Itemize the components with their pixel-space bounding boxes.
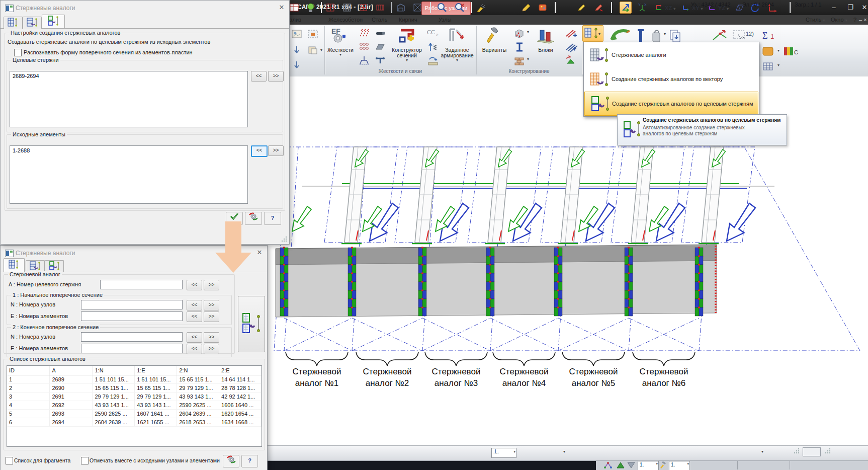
pencil-delete-icon[interactable] xyxy=(593,2,604,13)
color-scale-icon[interactable]: C xyxy=(783,45,798,59)
table-row[interactable]: 626942604 2639 ...1621 1655 ...2618 2653… xyxy=(7,418,262,427)
sigma-1-icon[interactable]: Σ1 xyxy=(761,28,778,45)
ribbon-tab-kirpich[interactable]: Кирпич xyxy=(399,16,417,24)
start-nodes-input[interactable] xyxy=(81,300,183,309)
hammer-status-icon[interactable] xyxy=(659,461,668,470)
recognize-section-checkbox[interactable] xyxy=(14,49,22,56)
chevron-down-icon[interactable]: ▾ xyxy=(320,48,322,52)
zoom-cancel-icon[interactable] xyxy=(454,2,465,13)
pencil-yellow-icon[interactable] xyxy=(520,2,532,13)
grid-red-b-icon[interactable] xyxy=(358,2,369,13)
settings-gear-button[interactable] xyxy=(223,455,239,467)
menu-help[interactable]: ? xyxy=(853,16,856,24)
section-constructor-button[interactable]: Конструктор сечений▾ xyxy=(390,26,424,62)
bricks-icon[interactable] xyxy=(513,54,526,67)
mesh-grid-icon[interactable] xyxy=(761,60,776,74)
zoom-in-icon[interactable] xyxy=(437,2,448,13)
pile-spring-icon[interactable] xyxy=(426,41,440,54)
grid-red-a-icon[interactable] xyxy=(325,2,336,13)
help-button[interactable]: ? xyxy=(241,455,258,467)
springs-icon[interactable] xyxy=(358,41,370,54)
close-icon[interactable]: ✕ xyxy=(255,248,264,257)
add-blue-rods-icon[interactable] xyxy=(564,41,577,54)
given-reinforcement-button[interactable]: Заданное армирование▾ xyxy=(440,26,474,62)
source-remove-button[interactable]: << xyxy=(251,145,268,157)
grid-red-c-icon[interactable] xyxy=(375,2,386,13)
load-number-combo[interactable]: 1.▾ xyxy=(638,461,659,470)
n1-next-button[interactable]: >> xyxy=(204,300,219,310)
chevron-down-icon[interactable]: ▾ xyxy=(527,57,529,61)
chevron-down-icon[interactable]: ▾ xyxy=(777,49,779,53)
table-row[interactable]: 126891 51 101 15...1 51 101 15...15 65 1… xyxy=(7,375,262,384)
rotate-ground-icon[interactable] xyxy=(426,54,440,67)
end-elements-input[interactable] xyxy=(81,344,183,353)
table-row[interactable]: 2269015 65 115 1...15 65 115 1...29 79 1… xyxy=(7,384,262,393)
toolbar-drag-grip[interactable] xyxy=(825,448,831,454)
e1-next-button[interactable]: >> xyxy=(204,311,219,322)
table-row[interactable]: 3269129 79 129 1...29 79 129 1...43 93 1… xyxy=(7,393,262,401)
resize-grip[interactable] xyxy=(281,236,287,242)
frame-select-icon[interactable] xyxy=(307,28,319,41)
menu-window[interactable]: Окно ▾ xyxy=(831,16,847,24)
analog-table-container[interactable]: IDA1:N1:E2:N2:E 126891 51 101 15...1 51 … xyxy=(7,365,262,447)
axes-yx-view-button[interactable]: YX xyxy=(637,2,648,13)
plate-element-icon[interactable] xyxy=(374,41,386,54)
variants-button[interactable]: Варианты xyxy=(480,26,509,53)
ribbon-tab-zhelezobeton[interactable]: Железобетон xyxy=(328,16,363,24)
tab-analogs-list[interactable] xyxy=(4,258,25,272)
tab-create-by-target-bars[interactable] xyxy=(45,260,64,272)
window-minimize-button[interactable]: – xyxy=(827,2,840,13)
table-row[interactable]: 526932590 2625 ...1607 1641 ...2604 2639… xyxy=(7,410,262,418)
table-red-icon[interactable] xyxy=(289,2,300,13)
paste-fragment-icon[interactable] xyxy=(307,44,319,57)
add-red-rods-icon[interactable] xyxy=(564,27,577,40)
target-bar-number-input[interactable] xyxy=(100,280,183,289)
analog-table[interactable]: IDA1:N1:E2:N2:E 126891 51 101 15...1 51 … xyxy=(7,366,262,427)
cube-nodes-icon[interactable] xyxy=(513,27,526,40)
e1-prev-button[interactable]: << xyxy=(187,311,202,322)
create-analog-big-button[interactable] xyxy=(238,296,265,352)
grid-gray-icon[interactable] xyxy=(341,2,353,13)
mode-number-combo[interactable]: 1.▾ xyxy=(669,461,690,470)
ribbon-tab-stal[interactable]: Сталь xyxy=(372,16,387,24)
move-down-icon[interactable] xyxy=(291,59,303,72)
a-prev-button[interactable]: << xyxy=(187,280,202,290)
window-close-button[interactable]: ✕ xyxy=(858,2,868,13)
chevron-down-icon[interactable]: ▾ xyxy=(664,32,666,36)
close-icon[interactable]: ✕ xyxy=(277,3,286,12)
tab-analogs-list[interactable] xyxy=(4,17,23,29)
load-display-combo[interactable]: .L.▾ xyxy=(491,448,516,458)
start-elements-input[interactable] xyxy=(81,311,183,321)
view-xz-button[interactable]: XZ ▾ xyxy=(655,5,675,11)
fragment-up-button[interactable] xyxy=(616,461,625,470)
cc2-icon[interactable]: CC2 xyxy=(426,27,440,40)
ribbon-tab-uzly[interactable]: Узлы xyxy=(439,16,452,24)
spray-paint-icon[interactable] xyxy=(475,2,486,13)
window-maximize-button[interactable]: ❐ xyxy=(844,2,857,13)
target-add-button[interactable]: >> xyxy=(268,71,284,82)
fragment-list-checkbox[interactable] xyxy=(6,457,13,464)
green-lamp-icon[interactable] xyxy=(305,2,316,13)
n2-next-button[interactable]: >> xyxy=(204,332,219,343)
tab-create-by-target-bars[interactable] xyxy=(42,15,65,28)
joint-stiffness-icon[interactable] xyxy=(374,27,386,40)
chevron-down-icon[interactable]: ▾ xyxy=(777,63,779,67)
isometric-view-button[interactable] xyxy=(620,2,632,14)
menu-item-create-by-vector[interactable]: Создание стержневых аналогов по вектору xyxy=(584,67,757,91)
palette-icon[interactable] xyxy=(537,2,548,13)
frame-model-2-icon[interactable] xyxy=(412,2,423,13)
n1-prev-button[interactable]: << xyxy=(187,300,202,310)
source-add-button[interactable]: >> xyxy=(268,145,284,156)
menu-item-create-by-target-bars[interactable]: Создание стержневых аналогов по целевым … xyxy=(584,92,758,116)
target-bars-input[interactable]: 2689-2694 xyxy=(10,71,248,127)
mark-with-nodes-checkbox[interactable] xyxy=(81,457,89,464)
fragment-down-button[interactable] xyxy=(627,461,636,470)
frame-picture-icon[interactable] xyxy=(291,28,303,41)
a-next-button[interactable]: >> xyxy=(204,280,219,290)
toolbar-drag-grip[interactable] xyxy=(794,448,800,454)
target-remove-button[interactable]: << xyxy=(251,71,267,82)
source-elements-input[interactable]: 1-2688 xyxy=(10,145,248,204)
move-up-icon[interactable] xyxy=(291,44,303,57)
chevron-down-icon[interactable]: ▾ xyxy=(761,450,763,454)
triangle-arrows-icon[interactable] xyxy=(564,54,577,67)
